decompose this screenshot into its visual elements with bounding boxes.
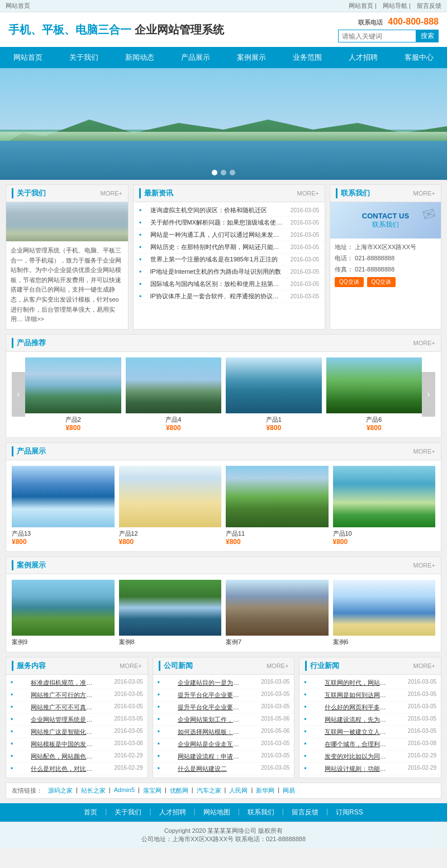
company-news-more[interactable]: MORE+ — [267, 662, 288, 669]
fl-link-4[interactable]: 优酷网 — [170, 786, 188, 795]
product-name: 产品4 — [126, 416, 222, 424]
footer-nav-sitemap[interactable]: 网站地图 — [196, 803, 238, 822]
company-news-item: • 什么是网站建设二 2016-03-05 — [153, 763, 294, 775]
fl-link-6[interactable]: 人民网 — [229, 786, 248, 795]
industry-news-date: 2016-03-05 — [408, 703, 436, 712]
service-more[interactable]: MORE+ — [120, 662, 141, 669]
nav-item-services[interactable]: 业务范围 — [279, 47, 335, 68]
search-button[interactable]: 搜索 — [416, 30, 439, 42]
search-input[interactable] — [338, 30, 416, 42]
footer-nav-feedback[interactable]: 留言反馈 — [284, 803, 326, 822]
nav-item-recruit[interactable]: 人才招聘 — [335, 47, 391, 68]
service-item: • 标准虚拟机规范，准确说明，主题领端 2016-03-05 — [6, 677, 148, 689]
topbar-link-feedback[interactable]: 留言反馈 — [417, 2, 441, 9]
cases-title: 案例展示 — [12, 560, 46, 570]
product-card: 产品6 ¥800 — [326, 357, 422, 432]
carousel-next[interactable]: › — [422, 372, 435, 417]
company-news-link[interactable]: 提升平台化平企业要条件一：优质管理策划 — [178, 691, 245, 699]
service-list: • 标准虚拟机规范，准确说明，主题领端 2016-03-05 • 网站推广不可行… — [6, 675, 148, 778]
nav-item-home[interactable]: 网站首页 — [0, 47, 56, 68]
industry-news-link[interactable]: 网站建设流程，先为网站建立一个形象，做好产品展示， — [325, 716, 392, 724]
industry-news-link[interactable]: 发变的对比如以为同时的对比效果和竞争所描述是整个 — [325, 752, 392, 761]
company-news-link[interactable]: 企业网站是企业走互联网上进行网络营销和形象展示的平 — [178, 740, 245, 748]
industry-news-item: • 网站设计规则：功能设计方面来说， 2016-02-29 — [299, 763, 441, 775]
industry-news-link[interactable]: 互联网一被建立立人们就可以进行，在合理有理，随着 — [325, 728, 392, 736]
industry-news-link[interactable]: 在哪个城市，合理利用网界常空间， — [325, 740, 392, 748]
news-date: 2016-03-05 — [291, 293, 319, 299]
nav-item-support[interactable]: 客服中心 — [391, 47, 447, 68]
news-link[interactable]: 国际域名与国内域名区别：放松和使用上括第，管理机构 — [150, 280, 284, 288]
footer-nav-rss[interactable]: 订阅RSS — [328, 803, 371, 822]
service-link[interactable]: 标准虚拟机规范，准确说明，主题领端 — [31, 679, 98, 687]
service-link[interactable]: 网站推广不可行的方式，推广不可 — [31, 691, 98, 699]
fl-link-0[interactable]: 源码之家 — [48, 786, 73, 795]
industry-news-more[interactable]: MORE+ — [413, 662, 435, 669]
industry-news-item: • 网站建设流程，先为网站建立一个形象，做好产品展示， 2016-03-05 — [299, 714, 441, 726]
nav-item-products[interactable]: 产品展示 — [168, 47, 224, 68]
fl-link-2[interactable]: Admin5 — [114, 786, 135, 795]
fl-link-7[interactable]: 新华网 — [256, 786, 274, 795]
product-recommend-more[interactable]: MORE+ — [413, 340, 435, 346]
news-link[interactable]: 网站是一种沟通工具，人们可以通过网站来发表自己想 — [150, 231, 284, 239]
news-link[interactable]: 关于邮件代理MX解析问题：如果您顶级域名使用了CN — [150, 218, 284, 227]
news-more[interactable]: MORE+ — [297, 190, 319, 197]
banner-dot-2[interactable] — [221, 170, 226, 175]
footer-nav-contact[interactable]: 联系我们 — [240, 803, 282, 822]
nav-item-about[interactable]: 关于我们 — [56, 47, 112, 68]
company-news-link[interactable]: 提升平台化平企业要条件一：稳定买续续团企金 — [178, 703, 245, 712]
products-grid: 产品2 ¥800 产品4 ¥800 产品1 ¥800 产品6 ¥800 — [25, 357, 422, 432]
nav-item-news[interactable]: 新闻动态 — [112, 47, 168, 68]
nav-item-cases[interactable]: 案例展示 — [224, 47, 279, 68]
cases-more[interactable]: MORE+ — [413, 562, 435, 569]
news-item: • 网站是一种沟通工具，人们可以通过网站来发表自己想 2016-03-05 — [134, 229, 325, 241]
product-display-card: 产品11 ¥800 — [226, 466, 329, 546]
industry-news-date: 2016-03-05 — [408, 728, 436, 736]
company-news-link[interactable]: 什么是网站建设二 — [178, 765, 245, 773]
banner-dot-3[interactable] — [230, 170, 235, 175]
about-text: 企业网站管理系统（手机、电脑、平板三合一，带手机端），致力于服务于企业网站制作。… — [6, 241, 128, 329]
service-link[interactable]: 网站推广不可不可真针对互联网关联，网 — [31, 703, 98, 712]
cases-grid: 案例9 案例8 案例7 案例6 — [6, 574, 441, 652]
service-link[interactable]: 网站配色，网站颜色搭配，文字颜色 — [31, 752, 98, 761]
footer-nav-home[interactable]: 首页 — [76, 803, 105, 822]
topbar-link-home[interactable]: 网站首页 — [349, 2, 373, 9]
banner-dot-1[interactable] — [212, 170, 217, 175]
industry-news-link[interactable]: 互联网的时代，网站的制作开始是建立在用电脑来浏览， — [325, 679, 392, 687]
company-news-link[interactable]: 如何选择网站模板：这条简短根据方式来去一步步操来动 — [178, 728, 245, 736]
service-link[interactable]: 网站模板是中国的发展趋势 — [31, 740, 98, 748]
service-link[interactable]: 企业网站管理系统是针对企业品网设计 — [31, 716, 98, 724]
about-section: 关于我们 MORE+ 企业网站管理系统（手机、电脑、平板三合一，带手机端），致力… — [6, 184, 129, 330]
contact-more[interactable]: MORE+ — [413, 190, 435, 197]
fl-link-8[interactable]: 网易 — [283, 786, 295, 795]
carousel-prev[interactable]: ‹ — [12, 372, 25, 417]
footer-nav-recruit[interactable]: 人才招聘 — [151, 803, 194, 822]
company-news-link[interactable]: 网站建设流程：申请域名、申请空间、定位风格、设计制 — [178, 752, 245, 761]
news-link[interactable]: IP地址是Internet主机的作为路由寻址识别用的数 — [150, 268, 284, 276]
qq-btn-2[interactable]: QQ交谈 — [367, 277, 396, 287]
service-link[interactable]: 网站推广这是智能化针的建站方式，所 — [31, 728, 98, 736]
news-link[interactable]: 迷询虚拟主机空间的误区：价格和随机迁区 — [150, 206, 284, 214]
service-link[interactable]: 什么是对比色，对比色的意义 — [31, 765, 98, 773]
banner — [0, 68, 447, 180]
news-link[interactable]: 网站历史：在那特别时代的早期，网站还只能保存多纯的文本 — [150, 243, 284, 251]
news-link[interactable]: IP协议体序上是一套合软件、程序通报的协议软件 — [150, 292, 284, 301]
qq-btn-1[interactable]: QQ交谈 — [335, 277, 364, 287]
industry-news-link[interactable]: 互联网是如何到达网店的，也就是产品品 — [325, 691, 392, 699]
product-price: ¥800 — [226, 424, 322, 432]
industry-news-link[interactable]: 什么好的网页利平多度规行粲越的特 — [325, 703, 392, 712]
industry-news-link[interactable]: 网站设计规则：功能设计方面来说， — [325, 765, 392, 773]
fl-link-3[interactable]: 落宝网 — [143, 786, 161, 795]
airplane-icon: ✉ — [420, 204, 438, 225]
news-header: 最新资讯 MORE+ — [134, 185, 325, 202]
product-display-more[interactable]: MORE+ — [413, 448, 435, 455]
company-news-link[interactable]: 企业网站策划工作，进行企业网站的计划，是定位早期的 — [178, 716, 245, 724]
company-news-link[interactable]: 企业建站目的一是为了在互联网上宣传企业的品牌、产品 — [178, 679, 245, 687]
products-carousel: ‹ 产品2 ¥800 产品4 ¥800 产品1 ¥800 产品6 ¥800 — [6, 352, 441, 437]
topbar-link-nav[interactable]: 网站导航 — [383, 2, 407, 9]
news-link[interactable]: 世界上第一个注册的域名是在1985年1月正注的 — [150, 255, 284, 264]
footer-nav-about[interactable]: 关于我们 — [107, 803, 149, 822]
about-more[interactable]: MORE+ — [101, 190, 122, 197]
fl-link-5[interactable]: 汽车之家 — [197, 786, 221, 795]
about-image — [6, 202, 128, 241]
fl-link-1[interactable]: 站长之家 — [81, 786, 106, 795]
